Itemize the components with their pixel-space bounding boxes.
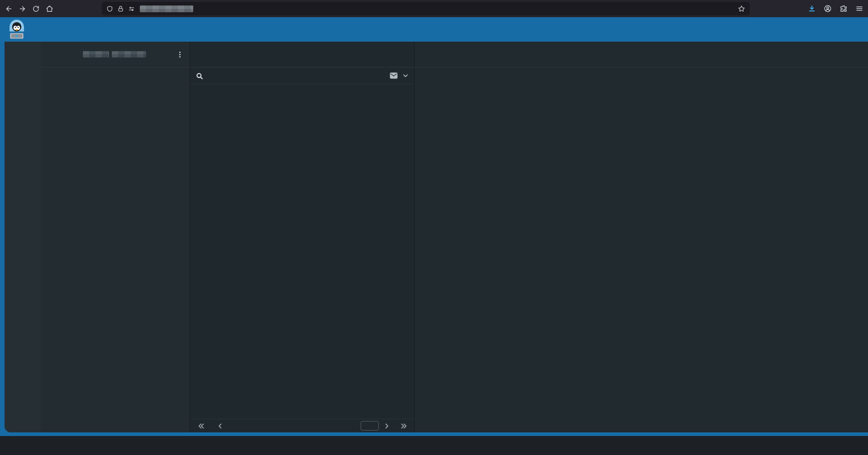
url-bar[interactable] — [102, 2, 750, 15]
roundcube-sidebar — [5, 42, 41, 432]
last-page-button[interactable] — [400, 422, 408, 430]
menu-button[interactable] — [854, 4, 864, 14]
roundcube-logo — [11, 45, 34, 67]
search-options-chevron-icon[interactable] — [402, 72, 409, 79]
search-input[interactable] — [207, 72, 385, 80]
message-list-panel — [190, 42, 415, 432]
browser-toolbar — [0, 0, 868, 17]
extensions-icon[interactable] — [839, 4, 849, 14]
watermark-area — [415, 67, 868, 432]
pagination-label — [240, 419, 346, 432]
downloads-button[interactable] — [807, 4, 817, 14]
back-button[interactable] — [4, 4, 14, 14]
nextcloud-topbar — [0, 17, 868, 42]
url-text — [139, 5, 734, 12]
search-icon — [196, 72, 203, 80]
account-header[interactable] — [41, 42, 190, 67]
taskbar — [0, 436, 868, 455]
next-page-button[interactable] — [382, 422, 391, 430]
message-rows — [190, 84, 414, 419]
app-frame — [0, 42, 868, 436]
search-bar — [190, 67, 414, 84]
prev-page-button[interactable] — [216, 422, 224, 430]
account-button[interactable] — [823, 4, 833, 14]
folder-panel — [41, 42, 190, 432]
forward-button[interactable] — [17, 4, 27, 14]
search-scope-mail-icon[interactable] — [389, 71, 398, 80]
folder-actions-menu[interactable] — [175, 50, 184, 59]
permissions-icon[interactable] — [128, 5, 135, 12]
reading-pane — [415, 42, 868, 432]
url-redacted-host — [140, 5, 193, 12]
account-user-redacted — [83, 51, 109, 57]
lock-icon[interactable] — [117, 5, 124, 12]
nextcloud-logo[interactable] — [5, 18, 28, 41]
home-button[interactable] — [44, 4, 54, 14]
first-page-button[interactable] — [197, 422, 205, 430]
reload-button[interactable] — [31, 4, 41, 14]
tracking-shield-icon[interactable] — [106, 5, 113, 12]
desktop-screen — [0, 0, 868, 455]
account-domain-redacted — [112, 51, 146, 57]
bookmark-star-icon[interactable] — [738, 5, 745, 13]
page-number-input[interactable] — [361, 421, 379, 431]
pagination-bar — [190, 419, 414, 432]
